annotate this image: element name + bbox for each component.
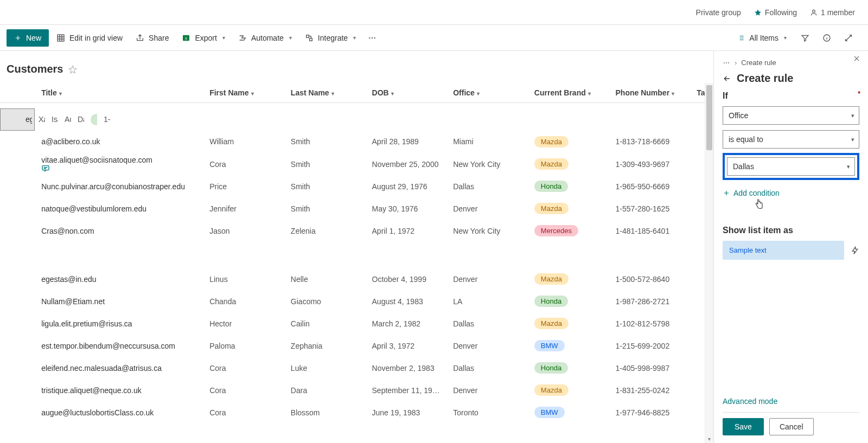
table-row[interactable]: a@aclibero.co.ukWilliamSmithApril 28, 19… <box>0 131 713 153</box>
table-row <box>0 242 713 268</box>
cell <box>0 290 35 312</box>
table-row[interactable]: ligula.elit.pretium@risus.caHectorCailin… <box>0 312 713 335</box>
cell: a@aclibero.co.uk <box>35 131 203 153</box>
members-link[interactable]: 1 member <box>810 8 855 17</box>
close-button[interactable] <box>850 54 864 63</box>
table-row[interactable]: Nullam@Etiam.netChandaGiacomoAugust 4, 1… <box>0 290 713 312</box>
col-select[interactable] <box>0 83 35 103</box>
table-row[interactable]: natoque@vestibulumlorem.eduJenniferSmith… <box>0 197 713 220</box>
overflow-button[interactable] <box>363 29 381 47</box>
cell-title: eget.dictum.placerat@mattis.ca <box>25 115 32 124</box>
cell: Honda <box>528 175 609 197</box>
cell: August 29, 1976 <box>366 175 447 197</box>
cell: Denver <box>446 379 528 401</box>
cell: Smith <box>284 153 366 175</box>
table-row[interactable]: augue@luctuslobortisClass.co.ukCoraBloss… <box>0 401 713 423</box>
table-row[interactable]: Cras@non.comJasonZeleniaApril 1, 1972New… <box>0 220 713 242</box>
expand-button[interactable] <box>840 29 857 47</box>
cell-title: vitae.aliquet@sociisnatoque.com <box>41 156 152 164</box>
share-label: Share <box>149 34 169 42</box>
col-first[interactable]: First Name▾ <box>203 83 284 103</box>
cell: Honda <box>528 357 609 379</box>
filter-button[interactable] <box>796 29 814 47</box>
edit-grid-button[interactable]: Edit in grid view <box>51 29 128 47</box>
chevron-down-icon: ▾ <box>784 35 787 41</box>
cell: Dallas <box>71 115 84 124</box>
table-row[interactable]: eget.dictum.placerat@mattis.caXanderIsab… <box>0 108 35 131</box>
col-phone[interactable]: Phone Number▾ <box>609 83 691 103</box>
sample-text: Sample text <box>729 246 767 254</box>
cell: Dara <box>284 379 366 401</box>
save-button[interactable]: Save <box>723 418 764 435</box>
cancel-button[interactable]: Cancel <box>769 418 814 435</box>
table-row[interactable]: egestas@in.eduLinusNelleOctober 4, 1999D… <box>0 268 713 290</box>
svg-point-6 <box>369 37 370 38</box>
comment-icon[interactable] <box>41 164 196 173</box>
cell-title: a@aclibero.co.uk <box>41 137 100 146</box>
svg-point-13 <box>728 62 729 63</box>
sample-preview[interactable]: Sample text <box>723 241 844 260</box>
operator-select[interactable]: is equal to ▾ <box>723 130 859 149</box>
cell: Mazda <box>528 131 609 153</box>
cell: New York City <box>446 153 528 175</box>
table-row[interactable]: est.tempor.bibendum@neccursusa.comPaloma… <box>0 335 713 357</box>
automate-button[interactable]: Automate ▾ <box>233 29 297 47</box>
col-last[interactable]: Last Name▾ <box>284 83 366 103</box>
cell: LA <box>446 290 528 312</box>
cell: Smith <box>284 175 366 197</box>
favorite-star-icon[interactable] <box>68 65 77 74</box>
close-icon <box>853 55 860 62</box>
crumb-label[interactable]: Create rule <box>741 59 776 67</box>
new-button[interactable]: New <box>7 29 49 47</box>
cell: Smith <box>284 197 366 220</box>
format-button[interactable] <box>851 246 859 255</box>
col-title[interactable]: Title▾ <box>35 83 203 103</box>
excel-icon: X <box>182 34 190 42</box>
advanced-mode-link[interactable]: Advanced mode <box>723 397 859 406</box>
col-dob[interactable]: DOB▾ <box>366 83 447 103</box>
cell <box>0 153 35 175</box>
private-group-label: Private group <box>696 8 741 17</box>
cell-title: ligula.elit.pretium@risus.ca <box>41 319 132 328</box>
cell-title: tristique.aliquet@neque.co.uk <box>41 386 142 395</box>
col-brand[interactable]: Current Brand▾ <box>528 83 609 103</box>
following-toggle[interactable]: Following <box>754 8 797 17</box>
export-button[interactable]: X Export ▾ <box>176 29 230 47</box>
cell: Paloma <box>203 335 284 357</box>
cell: Chanda <box>203 290 284 312</box>
field-select[interactable]: Office ▾ <box>723 106 859 125</box>
info-button[interactable] <box>818 29 835 47</box>
cell: Cora <box>203 357 284 379</box>
integrate-button[interactable]: Integrate ▾ <box>299 29 361 47</box>
cell-title: eleifend.nec.malesuada@atrisus.ca <box>41 364 162 373</box>
scroll-down-icon[interactable]: ▾ <box>705 434 713 443</box>
col-office[interactable]: Office▾ <box>446 83 528 103</box>
back-button[interactable] <box>723 74 731 83</box>
cell: September 11, 1990 <box>366 379 447 401</box>
customers-table: Title▾ First Name▾ Last Name▾ DOB▾ Offic… <box>0 83 713 424</box>
cell: BMW <box>528 335 609 357</box>
share-button[interactable]: Share <box>130 29 174 47</box>
value-select[interactable]: Dallas ▾ <box>727 157 855 176</box>
table-row[interactable]: eleifend.nec.malesuada@atrisus.caCoraLuk… <box>0 357 713 379</box>
brand-pill: Mercedes <box>534 225 578 236</box>
svg-rect-4 <box>306 35 309 37</box>
scroll-thumb[interactable] <box>706 85 712 150</box>
add-condition-button[interactable]: Add condition <box>723 189 859 197</box>
cell: tristique.aliquet@neque.co.uk <box>35 379 203 401</box>
info-icon <box>822 34 831 42</box>
svg-rect-5 <box>309 38 312 41</box>
integrate-label: Integrate <box>318 34 348 42</box>
cell <box>0 175 35 197</box>
table-row[interactable]: vitae.aliquet@sociisnatoque.comCoraSmith… <box>0 153 713 175</box>
view-switcher[interactable]: All Items ▾ <box>732 29 792 47</box>
table-row[interactable]: Nunc.pulvinar.arcu@conubianostraper.eduP… <box>0 175 713 197</box>
cell-title: natoque@vestibulumlorem.edu <box>41 204 146 213</box>
cell: 1-831-255-0242 <box>609 379 691 401</box>
ellipsis-icon[interactable] <box>723 59 730 67</box>
table-row[interactable]: tristique.aliquet@neque.co.ukCoraDaraSep… <box>0 379 713 401</box>
svg-rect-1 <box>58 35 64 41</box>
cell: Mazda <box>528 312 609 335</box>
vertical-scrollbar[interactable]: ▾ <box>705 83 713 443</box>
cell: Dallas <box>446 312 528 335</box>
